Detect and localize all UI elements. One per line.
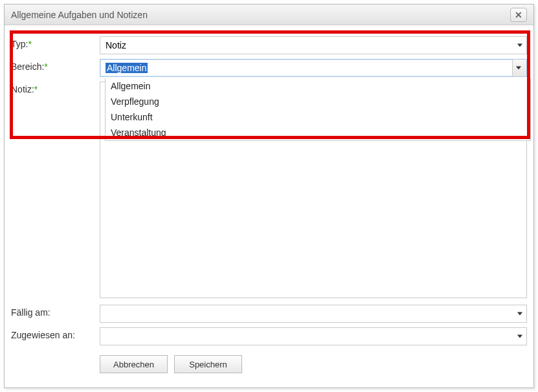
dropdown-option[interactable]: Unterkunft (106, 109, 530, 125)
zugewiesen-dropdown[interactable] (100, 327, 527, 345)
bereich-label: Bereich: (11, 61, 44, 72)
chevron-down-icon (517, 44, 522, 47)
notiz-label: Notiz: (11, 84, 34, 94)
typ-dropdown[interactable]: Notiz (100, 36, 527, 54)
dropdown-option[interactable]: Allgemein (106, 78, 530, 94)
chevron-down-icon (517, 335, 522, 338)
chevron-down-icon (516, 67, 521, 70)
required-indicator: * (34, 84, 38, 94)
zugewiesen-label: Zugewiesen an: (11, 330, 75, 340)
required-indicator: * (44, 61, 47, 72)
bereich-dropdown-list: Allgemein Verpflegung Unterkunft Veranst… (105, 78, 531, 141)
close-button[interactable]: ✕ (510, 8, 527, 22)
chevron-down-icon (517, 312, 522, 316)
dropdown-option[interactable]: Verpflegung (106, 94, 530, 109)
close-icon: ✕ (515, 10, 522, 20)
typ-value: Notiz (106, 40, 126, 50)
typ-label: Typ: (11, 39, 28, 49)
cancel-button[interactable]: Abbrechen (100, 355, 168, 373)
required-indicator: * (28, 39, 31, 49)
save-button[interactable]: Speichern (174, 355, 242, 373)
titlebar: Allgemeine Aufgaben und Notizen ✕ (5, 5, 533, 25)
bereich-dropdown[interactable]: Allgemein (100, 59, 527, 77)
bereich-value: Allgemein (106, 63, 148, 73)
faellig-label: Fällig am: (11, 307, 50, 318)
dialog: Allgemeine Aufgaben und Notizen ✕ Typ:* … (4, 4, 534, 388)
dropdown-option[interactable]: Veranstaltung (106, 125, 530, 140)
dialog-title: Allgemeine Aufgaben und Notizen (11, 10, 148, 20)
faellig-dropdown[interactable] (100, 305, 527, 323)
